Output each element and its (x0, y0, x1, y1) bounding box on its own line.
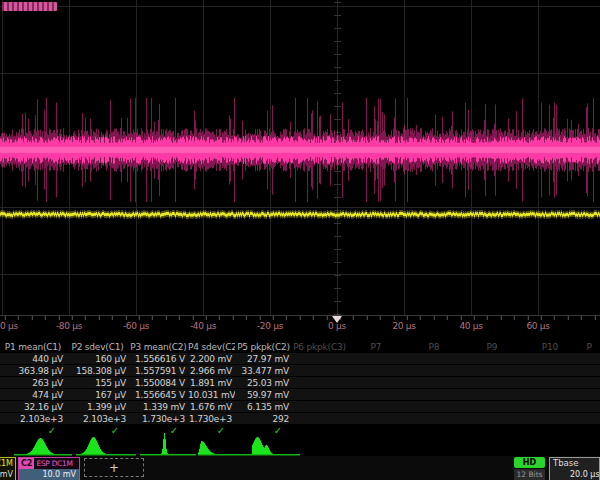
measure-value: 33.477 mV (235, 365, 292, 376)
time-tick-label: -100 µs (0, 321, 24, 331)
measure-header-P6[interactable]: P6 pkpk(C3) (292, 341, 347, 353)
measure-header-P4[interactable]: P4 sdev(C2) (188, 341, 235, 353)
measure-header-P5[interactable]: P5 pkpk(C2) (235, 341, 292, 353)
measure-value: 1.339 mV (129, 401, 188, 412)
c2-coupling-label: ESP DC1M (34, 458, 72, 469)
time-tick-label: -20 µs (248, 321, 292, 331)
measure-value: 292 (235, 413, 292, 424)
measure-value: 167 µV (66, 389, 129, 400)
measure-value: 363.98 µV (0, 365, 66, 376)
measure-value: 155 µV (66, 377, 129, 388)
c2-channel-badge: C2 (19, 458, 34, 469)
time-tick-label: 20 µs (382, 321, 426, 331)
measurement-table: P1 mean(C1)P2 sdev(C1)P3 mean(C2)P4 sdev… (0, 341, 600, 437)
measure-value: 1.556616 V (129, 353, 188, 364)
measure-header-P8[interactable]: P8 (405, 341, 463, 353)
time-axis-ticks (0, 316, 600, 320)
waveform-display[interactable] (0, 0, 600, 316)
measure-value: 263 µV (0, 377, 66, 388)
measure-value: 59.97 mV (235, 389, 292, 400)
measure-value: 2.103e+3 (66, 413, 129, 424)
measure-value: 474 µV (0, 389, 66, 400)
timebase-value: 20.0 µs/div (550, 469, 599, 480)
measure-value: 1.399 µV (66, 401, 129, 412)
measure-value: 2.966 mV (188, 365, 235, 376)
channel-c1-descriptor[interactable]: DC1M 10.0 mV (0, 457, 16, 480)
time-axis: -100 µs-80 µs-60 µs-40 µs-20 µs0 µs20 µs… (0, 316, 600, 341)
c2-scale-value: 10.0 mV (19, 469, 79, 480)
oscilloscope-screen: -100 µs-80 µs-60 µs-40 µs-20 µs0 µs20 µs… (0, 0, 600, 480)
measure-value: 27.97 mV (235, 353, 292, 364)
bit-depth-label: 12 Bits (514, 469, 545, 480)
time-tick-label: -80 µs (47, 321, 91, 331)
trace-annotation-badge (2, 2, 57, 11)
measure-header-P3[interactable]: P3 mean(C2) (129, 341, 188, 353)
channel-c2-descriptor[interactable]: C2 ESP DC1M 10.0 mV (18, 457, 80, 480)
time-tick-label: 40 µs (449, 321, 493, 331)
measure-value: 6.135 mV (235, 401, 292, 412)
measure-value: 158.308 µV (66, 365, 129, 376)
hd-mode-badge[interactable]: HD (514, 457, 545, 468)
timebase-label: Tbase (550, 458, 599, 469)
measure-header-P7[interactable]: P7 (347, 341, 405, 353)
measure-value: 1.676 mV (188, 401, 235, 412)
measure-value: 2.200 mV (188, 353, 235, 364)
measure-value: 1.557591 V (129, 365, 188, 376)
c1-scale-value: 10.0 mV (0, 469, 15, 480)
timebase-descriptor[interactable]: Tbase 20.0 µs/div (549, 457, 600, 480)
time-tick-label: 0 µs (315, 321, 359, 331)
measure-header-P[interactable]: P (579, 341, 599, 353)
measure-value: 1.730e+3 (188, 413, 235, 424)
time-tick-label: -40 µs (181, 321, 225, 331)
bottom-bar: DC1M 10.0 mV C2 ESP DC1M 10.0 mV + HD 12… (0, 456, 600, 480)
measure-header-P2[interactable]: P2 sdev(C1) (66, 341, 129, 353)
measure-value: 1.730e+3 (129, 413, 188, 424)
c1-coupling-label: DC1M (0, 458, 15, 469)
measure-value: 1.550084 V (129, 377, 188, 388)
measure-header-P9[interactable]: P9 (463, 341, 521, 353)
measure-value: 1.556645 V (129, 389, 188, 400)
measure-value: 25.03 mV (235, 377, 292, 388)
histicon-strip[interactable] (0, 433, 600, 456)
measure-value: 2.103e+3 (0, 413, 66, 424)
measure-value: 440 µV (0, 353, 66, 364)
add-trace-button[interactable]: + (84, 458, 144, 477)
measure-header-P1[interactable]: P1 mean(C1) (0, 341, 66, 353)
time-tick-label: -60 µs (114, 321, 158, 331)
time-tick-label: 60 µs (516, 321, 560, 331)
measure-value: 32.16 µV (0, 401, 66, 412)
measure-header-P10[interactable]: P10 (521, 341, 579, 353)
measure-value: 160 µV (66, 353, 129, 364)
measure-value: 10.031 mV (188, 389, 235, 400)
measure-value: 1.891 mV (188, 377, 235, 388)
